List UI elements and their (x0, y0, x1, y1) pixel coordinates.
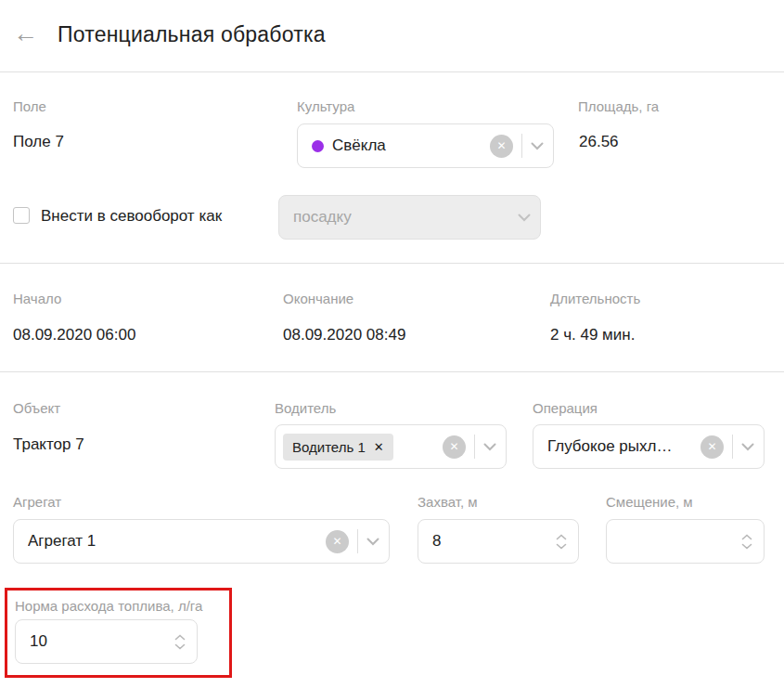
potential-treatment-form: ← Потенциальная обработка Поле Поле 7 Ку… (0, 0, 784, 688)
duration-label: Длительность (550, 291, 640, 306)
rotation-checkbox-label: Внести в севооборот как (41, 207, 222, 226)
driver-chevron-down-icon[interactable] (483, 443, 496, 451)
field-label: Поле (13, 98, 46, 114)
section-divider (0, 371, 784, 372)
duration-value: 2 ч. 49 мин. (550, 326, 635, 344)
implement-chevron-down-icon[interactable] (366, 538, 379, 546)
culture-clear-icon[interactable]: ✕ (490, 135, 513, 158)
culture-color-dot-icon (312, 140, 324, 152)
rotation-type-value: посадку (293, 208, 352, 227)
fuel-rate-label: Норма расхода топлива, л/га (15, 598, 202, 614)
culture-select[interactable]: Свёкла ✕ (297, 123, 554, 168)
section-divider (0, 263, 784, 264)
select-divider (474, 435, 475, 459)
offset-label: Смещение, м (606, 494, 693, 510)
driver-select[interactable]: Водитель 1 ✕ ✕ (275, 424, 507, 469)
object-value: Трактор 7 (13, 435, 84, 454)
driver-tag-remove-icon[interactable]: ✕ (374, 440, 384, 454)
driver-clear-icon[interactable]: ✕ (443, 435, 466, 459)
working-width-field (418, 519, 579, 564)
implement-select-value: Агрегат 1 (28, 532, 326, 551)
end-label: Окончание (283, 291, 353, 306)
fuel-rate-spinner[interactable] (174, 634, 186, 650)
fuel-rate-input[interactable] (30, 632, 174, 651)
page-title: Потенциальная обработка (58, 22, 326, 47)
implement-select[interactable]: Агрегат 1 ✕ (13, 519, 390, 564)
driver-tag: Водитель 1 ✕ (283, 434, 393, 461)
offset-field (606, 519, 765, 564)
working-width-input[interactable] (432, 532, 556, 551)
offset-spinner[interactable] (741, 534, 752, 550)
working-width-label: Захват, м (418, 494, 478, 510)
rotation-checkbox[interactable] (13, 207, 30, 224)
operation-select-value: Глубокое рыхл… (547, 437, 700, 456)
operation-chevron-down-icon[interactable] (741, 443, 754, 451)
driver-tag-label: Водитель 1 (292, 439, 366, 455)
back-arrow-icon[interactable]: ← (13, 20, 38, 46)
driver-label: Водитель (275, 400, 336, 416)
culture-label: Культура (297, 98, 354, 114)
operation-clear-icon[interactable]: ✕ (700, 435, 724, 459)
working-width-spinner[interactable] (556, 534, 567, 550)
culture-chevron-down-icon[interactable] (531, 142, 544, 150)
rotation-chevron-down-icon (518, 214, 531, 222)
rotation-type-select: посадку (278, 195, 541, 240)
select-divider (357, 529, 358, 553)
operation-select[interactable]: Глубокое рыхл… ✕ (533, 424, 765, 469)
implement-label: Агрегат (13, 494, 61, 510)
area-value: 26.56 (579, 133, 619, 151)
start-label: Начало (13, 291, 61, 306)
operation-label: Операция (533, 400, 598, 416)
select-divider (521, 134, 522, 158)
field-value: Поле 7 (13, 133, 64, 151)
start-value: 08.09.2020 06:00 (13, 326, 135, 344)
header-divider (0, 71, 784, 72)
implement-clear-icon[interactable]: ✕ (326, 530, 349, 553)
select-divider (732, 435, 733, 459)
culture-select-value: Свёкла (332, 136, 490, 155)
object-label: Объект (13, 400, 60, 416)
fuel-rate-field (15, 619, 198, 664)
area-label: Площадь, га (578, 98, 659, 114)
end-value: 08.09.2020 08:49 (283, 326, 405, 344)
offset-input[interactable] (621, 532, 741, 551)
